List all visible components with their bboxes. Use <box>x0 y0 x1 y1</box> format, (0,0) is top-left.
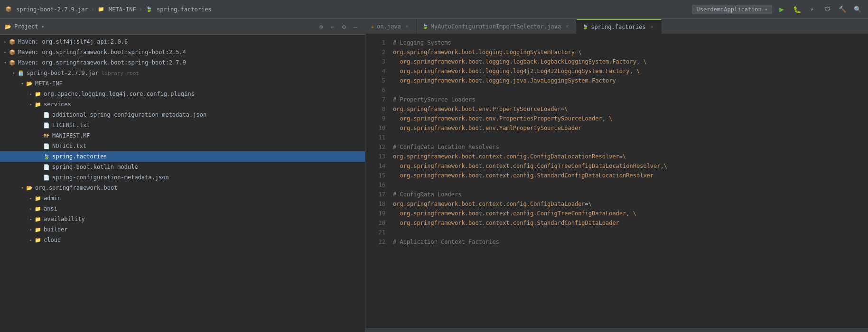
sidebar-header: 📂 Project ▾ ⊕ ⇐ ⚙ — <box>0 19 365 35</box>
tab-spring-factories[interactable]: 🍃 spring.factories × <box>577 19 662 34</box>
tree-label-slf4j: Maven: org.slf4j:slf4j-api:2.0.6 <box>18 38 128 45</box>
tree-item-spring-279[interactable]: 📦 Maven: org.springframework.boot:spring… <box>0 57 365 68</box>
tree-item-availability[interactable]: 📁 availability <box>0 214 365 224</box>
code-line-6 <box>393 85 868 95</box>
settings-button[interactable]: ⚙ <box>339 22 349 31</box>
main-content: 📂 Project ▾ ⊕ ⇐ ⚙ — 📦 Maven: org.slf4j:s… <box>0 19 868 332</box>
tree-arrow-metainf <box>19 80 26 87</box>
tab-icon-spring-factories: 🍃 <box>582 24 588 29</box>
tree-item-services[interactable]: 📁 services <box>0 99 365 110</box>
line-numbers: 12345 678910 1112131415 1617181920 2122 <box>365 34 389 328</box>
tree-label-org-spring: org.springframework.boot <box>35 184 117 191</box>
tree-item-metainf[interactable]: 📂 META-INF <box>0 78 365 89</box>
code-line-7: # PropertySource Loaders <box>393 95 868 104</box>
horizontal-scrollbar[interactable] <box>365 328 868 332</box>
folder-icon-admin: 📁 <box>34 194 42 202</box>
tree-item-kotlin-module[interactable]: 📄 spring-boot.kotlin_module <box>0 162 365 172</box>
json-icon-addl-config: 📄 <box>43 111 50 119</box>
debug-button[interactable]: 🐛 <box>791 4 803 15</box>
project-panel-icon: 📂 <box>5 24 11 30</box>
coverage-button[interactable]: 🛡 <box>821 4 833 15</box>
tree-label-availability: availability <box>44 216 85 222</box>
sidebar-tools: ⊕ ⇐ ⚙ — <box>317 22 360 31</box>
tree-item-org-spring[interactable]: 📂 org.springframework.boot <box>0 183 365 193</box>
tree-item-builder[interactable]: 📁 builder <box>0 224 365 235</box>
tree-item-manifest[interactable]: MF MANIFEST.MF <box>0 130 365 141</box>
tree-arrow-org-spring <box>19 184 26 191</box>
breadcrumb: 📦 spring-boot-2.7.9.jar › 📁 META-INF › 🍃… <box>5 6 692 13</box>
profile-button[interactable]: ⚡ <box>806 4 818 15</box>
minimize-button[interactable]: — <box>351 22 360 31</box>
project-dropdown-icon[interactable]: ▾ <box>41 23 45 30</box>
tab-label-on-java: on.java <box>377 23 401 30</box>
editor-content[interactable]: # Logging Systems org.springframework.bo… <box>389 34 868 328</box>
code-line-5: org.springframework.boot.logging.java.Ja… <box>393 76 868 85</box>
tab-myauto[interactable]: 🍃 MyAutoConfigurationImportSelector.java… <box>417 19 577 34</box>
tab-icon-myauto: 🍃 <box>422 24 428 29</box>
tree-label-builder: builder <box>44 226 68 233</box>
run-button[interactable]: ▶ <box>776 4 787 15</box>
build-button[interactable]: 🔨 <box>837 4 848 15</box>
tree-item-license[interactable]: 📄 LICENSE.txt <box>0 120 365 130</box>
code-line-13: org.springframework.boot.context.config.… <box>393 152 868 161</box>
folder-icon-builder: 📁 <box>34 226 42 233</box>
tree-label-addl-config: additional-spring-configuration-metadata… <box>52 111 206 118</box>
folder-icon-ansi: 📁 <box>34 205 42 212</box>
code-line-1: # Logging Systems <box>393 38 868 47</box>
code-line-18: org.springframework.boot.context.config.… <box>393 199 868 209</box>
tree-item-jar[interactable]: 🫙 spring-boot-2.7.9.jar library root <box>0 68 365 78</box>
tree-label-manifest: MANIFEST.MF <box>52 132 90 139</box>
code-line-21 <box>393 228 868 237</box>
tree-label-kotlin-module: spring-boot.kotlin_module <box>52 164 138 170</box>
editor-area: ☕ on.java × 🍃 MyAutoConfigurationImportS… <box>365 19 868 332</box>
breadcrumb-sep-2: › <box>139 6 142 13</box>
maven-icon-slf4j: 📦 <box>9 38 16 46</box>
tree-hint-jar: library root <box>102 70 139 76</box>
tree-item-ansi[interactable]: 📁 ansi <box>0 203 365 214</box>
run-config-selector[interactable]: UserdemoApplication ▾ <box>692 5 772 14</box>
tree-item-spring-config-meta[interactable]: 📄 spring-configuration-metadata.json <box>0 172 365 183</box>
collapse-all-button[interactable]: ⇐ <box>328 22 337 31</box>
tab-close-myauto[interactable]: × <box>564 23 570 30</box>
code-line-20: org.springframework.boot.context.config.… <box>393 218 868 228</box>
tree-item-slf4j[interactable]: 📦 Maven: org.slf4j:slf4j-api:2.0.6 <box>0 37 365 47</box>
spring-icon-factories: 🍃 <box>43 153 50 160</box>
tree-label-jar: spring-boot-2.7.9.jar <box>27 70 99 76</box>
tree-item-addl-config[interactable]: 📄 additional-spring-configuration-metada… <box>0 110 365 120</box>
breadcrumb-metainf: 📁 META-INF <box>97 6 136 13</box>
code-line-4: org.springframework.boot.logging.log4j2.… <box>393 66 868 76</box>
folder-open-icon-org-spring: 📂 <box>26 184 33 192</box>
breadcrumb-metainf-label: META-INF <box>109 6 136 13</box>
folder-icon-log4j: 📁 <box>34 90 42 98</box>
folder-icon-services: 📁 <box>34 101 42 108</box>
tree-arrow-services <box>28 101 34 108</box>
maven-icon-spring-279: 📦 <box>9 59 16 66</box>
tree-label-services: services <box>44 101 71 108</box>
kotlin-icon-module: 📄 <box>43 163 50 171</box>
tab-bar: ☕ on.java × 🍃 MyAutoConfigurationImportS… <box>365 19 868 34</box>
tree-item-spring-factories[interactable]: 🍃 spring.factories <box>0 151 365 162</box>
tree-arrow-jar <box>10 70 17 76</box>
code-line-8: org.springframework.boot.env.PropertySou… <box>393 104 868 114</box>
locate-file-button[interactable]: ⊕ <box>317 22 326 31</box>
sidebar-title: 📂 Project ▾ <box>5 23 45 30</box>
code-line-22: # Application Context Factories <box>393 237 868 247</box>
tree-item-cloud[interactable]: 📁 cloud <box>0 235 365 245</box>
file-icon-license: 📄 <box>43 121 50 129</box>
tab-on-java[interactable]: ☕ on.java × <box>365 19 417 34</box>
tab-close-spring-factories[interactable]: × <box>649 24 655 30</box>
dropdown-icon: ▾ <box>765 6 768 13</box>
tree-item-log4j[interactable]: 📁 org.apache.logging.log4j.core.config.p… <box>0 89 365 99</box>
tree-item-admin[interactable]: 📁 admin <box>0 193 365 203</box>
tree-item-spring-254[interactable]: 📦 Maven: org.springframework.boot:spring… <box>0 47 365 57</box>
tree-item-notice[interactable]: 📄 NOTICE.txt <box>0 141 365 151</box>
tab-icon-on-java: ☕ <box>371 24 374 29</box>
search-everywhere-button[interactable]: 🔍 <box>852 4 863 15</box>
code-line-19: org.springframework.boot.context.config.… <box>393 209 868 218</box>
tab-label-spring-factories: spring.factories <box>591 24 646 30</box>
folder-icon: 📁 <box>97 6 105 13</box>
code-line-12: # ConfigData Location Resolvers <box>393 142 868 152</box>
file-icon-notice: 📄 <box>43 142 50 150</box>
tab-label-myauto: MyAutoConfigurationImportSelector.java <box>431 23 561 30</box>
tab-close-on-java[interactable]: × <box>404 23 411 30</box>
